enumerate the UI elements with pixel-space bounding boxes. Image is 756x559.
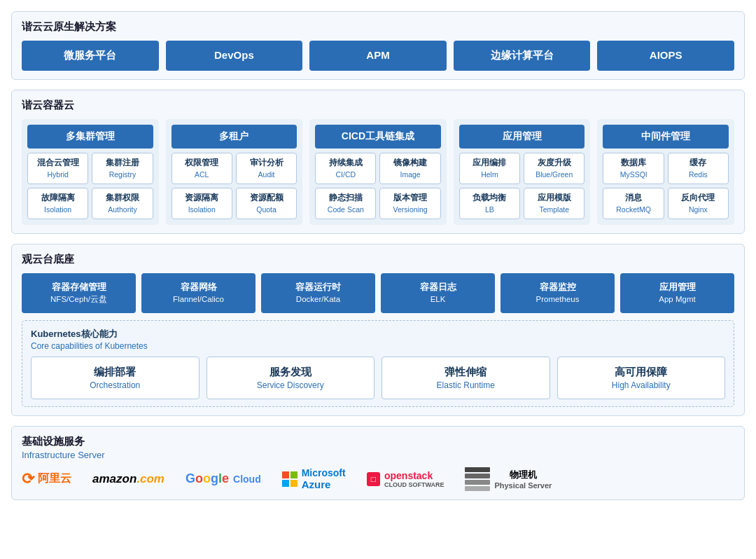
logo-aliyun: ⟳ 阿里云: [22, 470, 71, 488]
solution-title: 谐云云原生解决方案: [22, 20, 734, 34]
infra-logos-row: ⟳ 阿里云 amazon.com Google Cloud MicrosoftA…: [22, 467, 734, 491]
platform-tile-0[interactable]: 容器存储管理 NFS/Ceph/云盘: [22, 273, 136, 313]
kubernetes-title: Kubernetes核心能力 Core capabilities of Kube…: [31, 328, 725, 351]
cc-item-4-0[interactable]: 数据库MySSQl: [603, 153, 664, 184]
logo-openstack: □ openstackCLOUD SOFTWARE: [367, 470, 444, 488]
platform-section: 观云台底座 容器存储管理 NFS/Ceph/云盘 容器网络 Flannel/Ca…: [11, 244, 745, 416]
cc-item-2-1[interactable]: 镜像构建Image: [379, 153, 440, 184]
svg-rect-0: [282, 471, 289, 478]
cc-col-header-2: CICD工具链集成: [315, 125, 441, 149]
cc-item-2-3[interactable]: 版本管理Versioning: [379, 188, 440, 219]
kubernetes-box: Kubernetes核心能力 Core capabilities of Kube…: [22, 320, 734, 407]
cc-col-2: CICD工具链集成 持续集成CI/CD 镜像构建Image 静态扫描Code S…: [309, 119, 447, 225]
cc-col-3: 应用管理 应用编排Helm 灰度升级Blue/Green 负载均衡LB 应用模版…: [454, 119, 591, 225]
logo-amazon: amazon.com: [92, 472, 164, 486]
cc-item-4-3[interactable]: 反向代理Nginx: [668, 188, 729, 219]
kubernetes-items-row: 编排部署 Orchestration 服务发现 Service Discover…: [31, 357, 725, 399]
cc-item-0-1[interactable]: 集群注册Registry: [92, 153, 153, 184]
infra-section: 基础设施服务 Infrastructure Server ⟳ 阿里云 amazo…: [11, 426, 745, 500]
server-icon: [465, 467, 490, 491]
solution-tile-4[interactable]: AIOPS: [597, 41, 734, 71]
solution-tile-0[interactable]: 微服务平台: [22, 41, 159, 71]
platform-tile-1[interactable]: 容器网络 Flannel/Calico: [141, 273, 255, 313]
logo-google: Google Cloud: [186, 471, 261, 486]
cc-item-0-0[interactable]: 混合云管理Hybrid: [27, 153, 88, 184]
solution-section: 谐云云原生解决方案 微服务平台 DevOps APM 边缘计算平台 AIOPS: [11, 11, 745, 80]
cc-col-header-0: 多集群管理: [27, 125, 153, 149]
cc-item-1-3[interactable]: 资源配额Quota: [236, 188, 297, 219]
k8s-item-0[interactable]: 编排部署 Orchestration: [31, 357, 200, 399]
microsoft-icon: [282, 471, 298, 487]
container-cloud-title: 谐云容器云: [22, 99, 734, 112]
cc-item-3-2[interactable]: 负载均衡LB: [459, 188, 520, 219]
k8s-item-3[interactable]: 高可用保障 High Availability: [557, 357, 726, 399]
solution-tile-2[interactable]: APM: [309, 41, 447, 71]
platform-tiles-row: 容器存储管理 NFS/Ceph/云盘 容器网络 Flannel/Calico 容…: [22, 273, 734, 313]
platform-tile-5[interactable]: 应用管理 App Mgmt: [620, 273, 734, 313]
platform-tile-2[interactable]: 容器运行时 Docker/Kata: [261, 273, 375, 313]
cc-item-4-1[interactable]: 缓存Redis: [668, 153, 729, 184]
container-cloud-section: 谐云容器云 多集群管理 混合云管理Hybrid 集群注册Registry 故障隔…: [11, 90, 745, 234]
container-cloud-grid: 多集群管理 混合云管理Hybrid 集群注册Registry 故障隔离Isola…: [22, 119, 734, 225]
platform-tile-4[interactable]: 容器监控 Prometheus: [500, 273, 615, 313]
cc-sub-grid-4: 数据库MySSQl 缓存Redis 消息RocketMQ 反向代理Nginx: [603, 153, 729, 219]
cc-col-header-4: 中间件管理: [603, 125, 729, 149]
solution-tile-1[interactable]: DevOps: [166, 41, 303, 71]
solution-tile-3[interactable]: 边缘计算平台: [454, 41, 591, 71]
platform-tile-3[interactable]: 容器日志 ELK: [381, 273, 495, 313]
logo-azure: MicrosoftAzure: [282, 467, 346, 490]
cc-item-3-3[interactable]: 应用模版Template: [524, 188, 584, 219]
cc-sub-grid-0: 混合云管理Hybrid 集群注册Registry 故障隔离Isolation 集…: [27, 153, 153, 219]
svg-rect-1: [290, 471, 298, 478]
cc-sub-grid-1: 权限管理ACL 审计分析Audit 资源隔离Isolation 资源配额Quot…: [172, 153, 298, 219]
k8s-item-2[interactable]: 弹性伸缩 Elastic Runtime: [382, 357, 550, 399]
cc-sub-grid-3: 应用编排Helm 灰度升级Blue/Green 负载均衡LB 应用模版Templ…: [459, 153, 585, 219]
cc-col-header-1: 多租户: [172, 125, 298, 149]
cc-col-1: 多租户 权限管理ACL 审计分析Audit 资源隔离Isolation 资源配额…: [166, 119, 303, 225]
cc-item-3-0[interactable]: 应用编排Helm: [459, 153, 520, 184]
cc-item-4-2[interactable]: 消息RocketMQ: [603, 188, 664, 219]
cc-sub-grid-2: 持续集成CI/CD 镜像构建Image 静态扫描Code Scan 版本管理Ve…: [315, 153, 441, 219]
cc-item-1-1[interactable]: 审计分析Audit: [236, 153, 297, 184]
infra-title: 基础设施服务 Infrastructure Server: [22, 435, 734, 460]
platform-title: 观云台底座: [22, 253, 734, 266]
cc-col-header-3: 应用管理: [459, 125, 585, 149]
cc-item-1-0[interactable]: 权限管理ACL: [172, 153, 232, 184]
solution-tiles-row: 微服务平台 DevOps APM 边缘计算平台 AIOPS: [22, 41, 734, 71]
cc-col-4: 中间件管理 数据库MySSQl 缓存Redis 消息RocketMQ 反向代理N…: [597, 119, 734, 225]
cc-item-2-0[interactable]: 持续集成CI/CD: [315, 153, 376, 184]
cc-item-0-2[interactable]: 故障隔离Isolation: [27, 188, 88, 219]
cc-col-0: 多集群管理 混合云管理Hybrid 集群注册Registry 故障隔离Isola…: [22, 119, 159, 225]
cc-item-3-1[interactable]: 灰度升级Blue/Green: [524, 153, 584, 184]
svg-rect-2: [282, 480, 289, 487]
cc-item-1-2[interactable]: 资源隔离Isolation: [172, 188, 232, 219]
logo-physical: 物理机 Physical Server: [465, 467, 552, 491]
cc-item-0-3[interactable]: 集群权限Authority: [92, 188, 153, 219]
k8s-item-1[interactable]: 服务发现 Service Discovery: [206, 357, 375, 399]
cc-item-2-2[interactable]: 静态扫描Code Scan: [315, 188, 376, 219]
svg-rect-3: [290, 480, 298, 487]
